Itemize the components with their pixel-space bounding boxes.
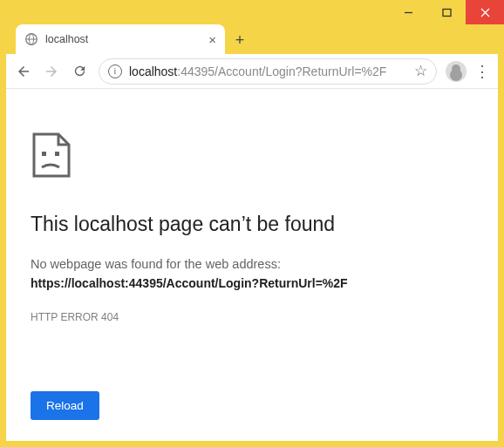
new-tab-button[interactable]: +	[228, 28, 252, 52]
window-maximize-button[interactable]	[427, 0, 466, 24]
svg-rect-7	[42, 152, 46, 156]
tab-strip: localhost × +	[0, 24, 504, 54]
window-titlebar	[0, 0, 504, 24]
browser-toolbar: i localhost:44395/Account/Login?ReturnUr…	[6, 54, 498, 89]
back-button[interactable]	[10, 58, 37, 85]
error-code: HTTP ERROR 404	[31, 311, 473, 323]
tab-close-icon[interactable]: ×	[208, 32, 216, 47]
sad-page-icon	[31, 131, 473, 183]
reload-nav-button[interactable]	[65, 58, 93, 85]
forward-button[interactable]	[37, 58, 65, 85]
globe-icon	[24, 32, 38, 46]
error-subline: No webpage was found for the web address…	[31, 257, 473, 271]
bookmark-star-icon[interactable]: ☆	[414, 62, 427, 80]
svg-rect-8	[55, 152, 59, 156]
tab-title: localhost	[45, 33, 201, 45]
address-bar[interactable]: i localhost:44395/Account/Login?ReturnUr…	[99, 58, 437, 85]
page-content: This localhost page can’t be found No we…	[6, 89, 498, 441]
url-host: localhost	[129, 64, 177, 78]
svg-rect-1	[443, 9, 451, 16]
url-text: localhost:44395/Account/Login?ReturnUrl=…	[129, 64, 407, 78]
error-url: https://localhost:44395/Account/Login?Re…	[31, 276, 473, 290]
profile-avatar[interactable]	[446, 61, 467, 82]
site-info-icon[interactable]: i	[108, 64, 122, 78]
error-headline: This localhost page can’t be found	[31, 213, 473, 236]
window-minimize-button[interactable]	[389, 0, 427, 24]
window-close-button[interactable]	[466, 0, 504, 24]
browser-menu-button[interactable]: ⋮	[470, 62, 494, 81]
reload-button[interactable]: Reload	[31, 391, 99, 420]
url-rest: :44395/Account/Login?ReturnUrl=%2F	[177, 64, 386, 78]
browser-tab[interactable]: localhost ×	[16, 24, 225, 54]
